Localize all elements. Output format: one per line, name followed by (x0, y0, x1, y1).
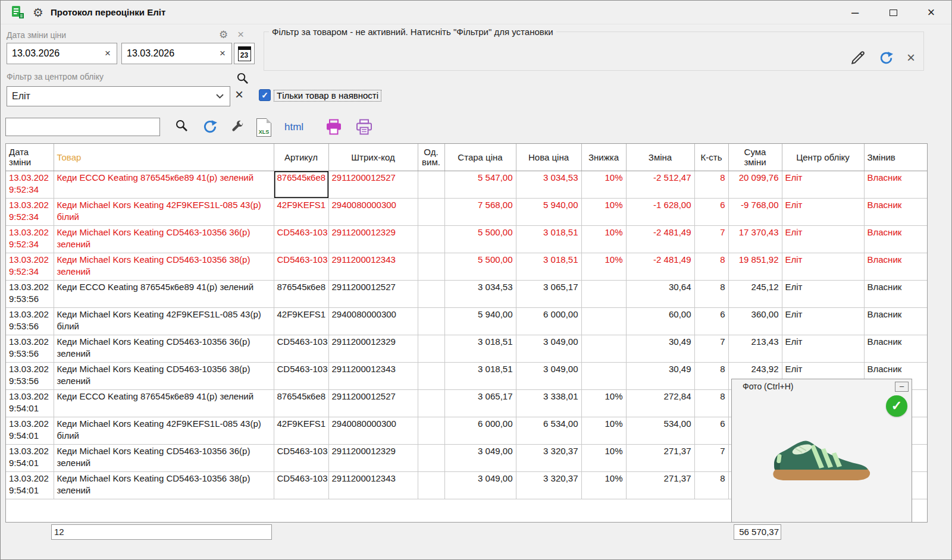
cell-changed_by[interactable]: Власник (864, 225, 927, 253)
cell-new_price[interactable]: 3 320,37 (516, 471, 581, 499)
cell-article[interactable]: CD5463-103 (274, 444, 328, 471)
toolbar-search-icon[interactable] (175, 119, 188, 132)
tools-wrench-icon[interactable] (230, 119, 245, 133)
cell-discount[interactable]: 10% (581, 253, 626, 280)
cell-center[interactable]: Еліт (782, 335, 864, 362)
cell-new_price[interactable]: 5 940,00 (516, 198, 581, 225)
cell-article[interactable]: CD5463-103 (274, 335, 328, 362)
cell-article[interactable]: 876545к6е8 (274, 280, 328, 307)
cell-datetime[interactable]: 13.03.202 9:53:56 (6, 307, 54, 335)
cell-old_price[interactable]: 3 065,17 (444, 389, 516, 417)
cell-qty[interactable]: 7 (694, 225, 728, 253)
cell-product[interactable]: Кеди ECCO Keating 876545к6е89 41(р) зеле… (54, 280, 274, 307)
cell-change[interactable]: 30,49 (626, 335, 694, 362)
cell-article[interactable]: CD5463-103 (274, 225, 328, 253)
cell-datetime[interactable]: 13.03.202 9:52:34 (6, 171, 54, 198)
center-filter-clear-icon[interactable]: × (235, 87, 243, 102)
cell-qty[interactable]: 8 (694, 471, 728, 499)
column-header[interactable]: Змінив (864, 144, 927, 171)
cell-new_price[interactable]: 3 018,51 (516, 253, 581, 280)
cell-barcode[interactable]: 2940080000300 (328, 198, 418, 225)
cell-product[interactable]: Кеди ECCO Keating 876545к6е89 41(р) зеле… (54, 389, 274, 417)
cell-center[interactable]: Еліт (782, 225, 864, 253)
cell-barcode[interactable]: 2911200012527 (328, 280, 418, 307)
edit-pencil-icon[interactable] (850, 50, 866, 65)
cell-discount[interactable]: 10% (581, 471, 626, 499)
table-row[interactable]: 13.03.202 9:52:34Кеди ECCO Keating 87654… (6, 171, 927, 198)
print-preview-icon[interactable] (355, 119, 373, 136)
table-row[interactable]: 13.03.202 9:53:56Кеди Michael Kors Keati… (6, 335, 927, 362)
cell-changed_by[interactable]: Власник (864, 253, 927, 280)
column-header[interactable]: Центр обліку (782, 144, 864, 171)
cell-unit[interactable] (418, 417, 444, 444)
cell-article[interactable]: 42F9KEFS1 (274, 307, 328, 335)
cell-change[interactable]: -2 481,49 (626, 253, 694, 280)
cell-qty[interactable]: 8 (694, 171, 728, 198)
cell-changed_by[interactable]: Власник (864, 335, 927, 362)
cell-barcode[interactable]: 2911200012343 (328, 471, 418, 499)
cell-discount[interactable] (581, 280, 626, 307)
date-to-field[interactable]: 13.03.2026 × (121, 43, 232, 64)
column-header[interactable]: Од. вим. (418, 144, 444, 171)
cell-qty[interactable]: 6 (694, 417, 728, 444)
cell-center[interactable]: Еліт (782, 171, 864, 198)
search-icon[interactable] (236, 72, 249, 84)
cell-new_price[interactable]: 3 049,00 (516, 362, 581, 389)
cell-old_price[interactable]: 6 000,00 (444, 417, 516, 444)
column-header[interactable]: Товар (54, 144, 274, 171)
refresh-icon[interactable] (879, 51, 894, 65)
cell-qty[interactable]: 8 (694, 362, 728, 389)
date-from-clear-icon[interactable]: × (99, 48, 117, 59)
cell-barcode[interactable]: 2911200012329 (328, 225, 418, 253)
date-from-field[interactable]: 13.03.2026 × (7, 43, 117, 64)
cell-datetime[interactable]: 13.03.202 9:53:56 (6, 280, 54, 307)
cell-datetime[interactable]: 13.03.202 9:53:56 (6, 335, 54, 362)
cell-barcode[interactable]: 2940080000300 (328, 307, 418, 335)
table-row[interactable]: 13.03.202 9:52:34Кеди Michael Kors Keati… (6, 253, 927, 280)
cell-unit[interactable] (418, 253, 444, 280)
cell-discount[interactable]: 10% (581, 225, 626, 253)
cell-old_price[interactable]: 5 500,00 (444, 225, 516, 253)
cell-barcode[interactable]: 2940080000300 (328, 417, 418, 444)
cell-unit[interactable] (418, 198, 444, 225)
cell-product[interactable]: Кеди Michael Kors Keating 42F9KEFS1L-085… (54, 307, 274, 335)
cell-discount[interactable] (581, 362, 626, 389)
cell-datetime[interactable]: 13.03.202 9:52:34 (6, 198, 54, 225)
date-filter-close-icon[interactable]: × (237, 29, 244, 40)
cell-changed_by[interactable]: Власник (864, 198, 927, 225)
cell-new_price[interactable]: 3 338,01 (516, 389, 581, 417)
cell-datetime[interactable]: 13.03.202 9:52:34 (6, 253, 54, 280)
column-header[interactable]: Стара ціна (444, 144, 516, 171)
column-header[interactable]: Сума зміни (728, 144, 782, 171)
cell-sum[interactable]: -9 768,00 (728, 198, 782, 225)
cell-old_price[interactable]: 3 018,51 (444, 362, 516, 389)
cell-article[interactable]: 42F9KEFS1 (274, 198, 328, 225)
cell-unit[interactable] (418, 471, 444, 499)
column-header[interactable]: Штрих-код (328, 144, 418, 171)
cell-change[interactable]: 60,00 (626, 307, 694, 335)
date-filter-gear-icon[interactable]: ⚙ (219, 30, 228, 40)
cell-datetime[interactable]: 13.03.202 9:54:01 (6, 417, 54, 444)
cell-qty[interactable]: 7 (694, 335, 728, 362)
cell-change[interactable]: 272,84 (626, 389, 694, 417)
cell-old_price[interactable]: 5 547,00 (444, 171, 516, 198)
print-icon[interactable] (325, 119, 343, 136)
minimize-button[interactable]: – (836, 1, 874, 24)
cell-barcode[interactable]: 2911200012527 (328, 171, 418, 198)
cell-change[interactable]: -2 512,47 (626, 171, 694, 198)
cell-product[interactable]: Кеди Michael Kors Keating CD5463-10356 3… (54, 225, 274, 253)
cell-product[interactable]: Кеди Michael Kors Keating CD5463-10356 3… (54, 362, 274, 389)
cell-center[interactable]: Еліт (782, 198, 864, 225)
cell-new_price[interactable]: 3 018,51 (516, 225, 581, 253)
cell-unit[interactable] (418, 389, 444, 417)
cell-qty[interactable]: 7 (694, 444, 728, 471)
cell-sum[interactable]: 17 370,43 (728, 225, 782, 253)
cell-barcode[interactable]: 2911200012329 (328, 335, 418, 362)
cell-center[interactable]: Еліт (782, 307, 864, 335)
cell-new_price[interactable]: 3 049,00 (516, 335, 581, 362)
cell-product[interactable]: Кеди Michael Kors Keating CD5463-10356 3… (54, 444, 274, 471)
cell-product[interactable]: Кеди Michael Kors Keating 42F9KEFS1L-085… (54, 417, 274, 444)
calendar-button[interactable]: 23 (234, 43, 255, 64)
cell-change[interactable]: -2 481,49 (626, 225, 694, 253)
chevron-down-icon[interactable] (209, 94, 230, 99)
